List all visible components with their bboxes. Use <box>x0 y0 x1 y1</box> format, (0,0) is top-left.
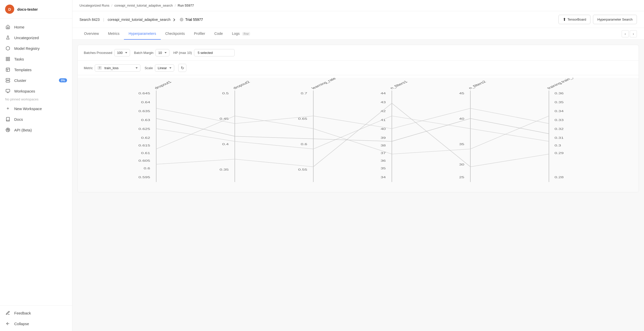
svg-rect-2 <box>8 59 10 61</box>
svg-text:0.6: 0.6 <box>301 143 307 146</box>
tab-checkpoints[interactable]: Checkpoints <box>161 28 189 40</box>
search-id: Search 8423 <box>79 18 100 22</box>
breadcrumb-sep-1: / <box>111 4 112 7</box>
metric-caret-icon <box>136 67 138 69</box>
sidebar-item-new-workspace[interactable]: + New Workspace <box>0 103 72 114</box>
cluster-icon <box>5 78 11 83</box>
svg-text:0.33: 0.33 <box>555 119 564 122</box>
tabs: Overview Metrics Hyperparameters Checkpo… <box>72 28 644 40</box>
sidebar-item-cluster[interactable]: Cluster 0% <box>0 75 72 86</box>
tab-next-button[interactable]: › <box>630 30 637 37</box>
svg-text:0.645: 0.645 <box>138 92 150 95</box>
sidebar-item-workspaces[interactable]: Workspaces <box>0 86 72 96</box>
metric-type-badge: T <box>98 66 102 70</box>
tab-profiler[interactable]: Profiler <box>189 28 210 40</box>
topbar-pipe: | <box>103 18 104 22</box>
tab-hyperparameters[interactable]: Hyperparameters <box>124 28 160 40</box>
svg-text:40: 40 <box>459 117 464 120</box>
home-icon <box>5 24 11 30</box>
svg-text:0.3: 0.3 <box>555 144 561 147</box>
hyperparameter-search-button[interactable]: Hyperparameter Search <box>593 15 637 24</box>
tensorboard-button[interactable]: ⬆ TensorBoard <box>558 15 591 24</box>
sidebar-item-api[interactable]: API (Beta) <box>0 125 72 135</box>
svg-text:0.29: 0.29 <box>555 152 564 155</box>
metric-filter: Metric T train_loss <box>84 64 140 72</box>
svg-text:43: 43 <box>381 101 386 104</box>
breadcrumb-sep-2: / <box>175 4 176 7</box>
svg-text:0.63: 0.63 <box>141 119 150 122</box>
hp-filter: HP (max 10) 5 selected <box>173 49 235 56</box>
main-content: Uncategorized Runs / coreapi_mnist_tutor… <box>72 0 644 331</box>
batches-select[interactable]: 100 <box>114 49 130 56</box>
svg-rect-3 <box>6 59 7 61</box>
plus-icon: + <box>5 106 11 111</box>
username: docs-tester <box>17 7 38 11</box>
svg-rect-0 <box>6 57 7 58</box>
breadcrumb-uncategorized[interactable]: Uncategorized Runs <box>79 4 109 7</box>
trial-label: Trial 55977 <box>185 18 203 22</box>
sidebar-item-feedback[interactable]: Feedback <box>0 308 72 318</box>
sidebar-item-tasks[interactable]: Tasks <box>0 54 72 64</box>
trial-info: Trial 55977 <box>180 18 203 22</box>
sidebar-item-uncategorized[interactable]: Uncategorized <box>0 32 72 43</box>
logs-badge: Frvr <box>242 32 250 36</box>
svg-text:0.62: 0.62 <box>141 137 150 139</box>
sidebar-item-collapse[interactable]: Collapse <box>0 318 72 329</box>
svg-text:36: 36 <box>381 159 386 162</box>
breadcrumb-search[interactable]: coreapi_mnist_tutorial_adaptive_search <box>114 4 173 7</box>
breadcrumb-run: Run 55977 <box>178 4 194 7</box>
refresh-button[interactable]: ↻ <box>178 64 186 72</box>
hp-selected[interactable]: 5 selected <box>194 49 235 56</box>
scale-select[interactable]: Linear <box>155 64 174 72</box>
hyperparameters-panel: Batches Processed 100 Batch Margin 10 HP… <box>77 45 639 192</box>
svg-text:0.65: 0.65 <box>298 117 307 120</box>
cube-icon <box>5 46 11 51</box>
margin-select[interactable]: 10 <box>155 49 169 56</box>
tab-prev-button[interactable]: ‹ <box>622 30 629 37</box>
api-beta-label: API (Beta) <box>14 128 32 132</box>
svg-rect-16 <box>78 78 639 192</box>
svg-text:0.36: 0.36 <box>555 92 564 95</box>
tab-overview[interactable]: Overview <box>79 28 103 40</box>
batches-filter: Batches Processed 100 <box>84 49 130 56</box>
parallel-chart-svg: dropout1 dropout2 learning_rate n_filter… <box>78 78 639 192</box>
sidebar-item-templates[interactable]: Templates <box>0 64 72 75</box>
svg-text:0.64: 0.64 <box>141 101 150 104</box>
sidebar-item-home-label: Home <box>14 25 24 29</box>
feedback-icon <box>5 310 11 316</box>
margin-caret-icon <box>165 52 167 53</box>
sidebar-item-home[interactable]: Home <box>0 22 72 32</box>
metric-select[interactable]: T train_loss <box>95 64 140 72</box>
sidebar-item-docs[interactable]: Docs <box>0 114 72 125</box>
tab-logs[interactable]: Logs Frvr <box>228 28 255 40</box>
svg-text:37: 37 <box>381 152 386 155</box>
svg-rect-11 <box>6 89 10 92</box>
metric-label: Metric <box>84 66 93 70</box>
svg-text:34: 34 <box>381 176 386 179</box>
tab-code[interactable]: Code <box>210 28 227 40</box>
margin-value: 10 <box>158 51 162 55</box>
cluster-badge: 0% <box>59 78 67 82</box>
svg-text:45: 45 <box>459 92 464 95</box>
svg-text:0.595: 0.595 <box>138 176 150 179</box>
user-section: D docs-tester <box>0 0 72 19</box>
svg-text:0.605: 0.605 <box>138 159 150 162</box>
collapse-icon <box>5 321 11 326</box>
content-area: Batches Processed 100 Batch Margin 10 HP… <box>72 40 644 331</box>
sidebar-item-cluster-label: Cluster <box>14 78 26 83</box>
sidebar-item-uncategorized-label: Uncategorized <box>14 36 39 40</box>
hyperparameter-label: Hyperparameter Search <box>597 18 633 21</box>
metric-value: train_loss <box>104 66 119 70</box>
svg-text:39: 39 <box>381 137 386 139</box>
svg-text:0.55: 0.55 <box>298 168 307 171</box>
tab-metrics[interactable]: Metrics <box>103 28 124 40</box>
svg-text:25: 25 <box>459 176 464 179</box>
tensorboard-icon: ⬆ <box>563 17 566 22</box>
sidebar-item-model-registry[interactable]: Model Registry <box>0 43 72 54</box>
svg-text:0.35: 0.35 <box>555 101 564 104</box>
svg-text:0.4: 0.4 <box>222 143 229 146</box>
sidebar: D docs-tester Home Uncategorized <box>0 0 72 331</box>
breadcrumb: Uncategorized Runs / coreapi_mnist_tutor… <box>72 0 644 11</box>
svg-text:0.5: 0.5 <box>222 92 229 95</box>
sidebar-item-templates-label: Templates <box>14 68 31 72</box>
